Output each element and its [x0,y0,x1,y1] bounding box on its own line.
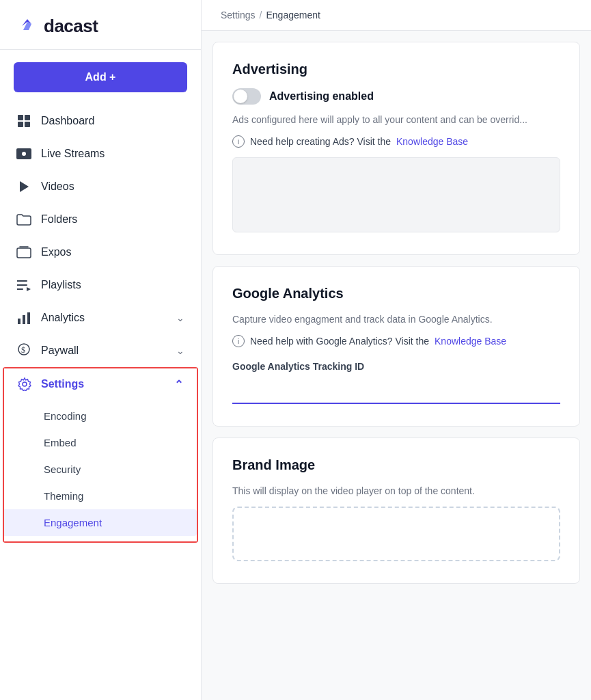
brand-image-section: Brand Image This will display on the vid… [212,438,580,584]
live-streams-icon [16,146,31,161]
svg-rect-6 [17,248,31,258]
settings-label: Settings [41,378,84,390]
svg-rect-10 [18,319,20,324]
svg-point-15 [23,382,27,386]
add-button[interactable]: Add + [14,62,187,92]
expos-icon [16,245,31,260]
brand-image-upload-box[interactable] [232,507,560,561]
sidebar-item-label: Analytics [41,312,85,324]
advertising-toggle-label: Advertising enabled [269,90,374,103]
google-analytics-title: Google Analytics [232,286,560,301]
sidebar-item-dashboard[interactable]: Dashboard [0,105,201,137]
svg-text:$: $ [21,345,25,355]
sidebar-item-playlists[interactable]: Playlists [0,269,201,301]
sidebar-item-label: Paywall [41,345,79,357]
main-content: Settings / Engagement Advertising Advert… [202,0,591,700]
ga-help-row: i Need help with Google Analytics? Visit… [232,335,560,347]
advertising-toggle-row: Advertising enabled [232,88,560,105]
paywall-chevron: ⌄ [176,345,184,356]
advertising-help-text: Need help creating Ads? Visit the [250,136,391,147]
dacast-logo-icon [16,15,38,37]
playlists-icon [16,278,31,293]
sidebar: dacast Add + Dashboard [0,0,202,700]
sidebar-item-encoding[interactable]: Encoding [4,403,197,429]
sidebar-item-expos[interactable]: Expos [0,236,201,269]
sidebar-item-live-streams[interactable]: Live Streams [0,137,201,170]
svg-rect-12 [27,312,30,324]
content-area: Advertising Advertising enabled Ads conf… [202,42,591,584]
sidebar-item-label: Dashboard [41,115,94,127]
sidebar-item-label: Live Streams [41,148,105,160]
advertising-title: Advertising [232,62,560,77]
sidebar-item-security[interactable]: Security [4,456,197,483]
ad-preview-box [232,157,560,232]
toggle-knob [234,90,247,103]
settings-chevron-icon: ⌃ [174,378,183,391]
breadcrumb-current: Engagement [266,10,320,21]
google-analytics-section: Google Analytics Capture video engagment… [212,266,580,427]
advertising-knowledge-base-link[interactable]: Knowledge Base [396,136,468,147]
paywall-icon: $ [16,343,31,358]
breadcrumb-separator: / [260,10,262,21]
svg-rect-2 [18,122,23,127]
folders-icon [16,212,31,227]
sidebar-item-videos[interactable]: Videos [0,170,201,203]
sidebar-item-folders[interactable]: Folders [0,203,201,236]
logo-area: dacast [0,0,201,50]
sidebar-item-label: Folders [41,213,77,226]
breadcrumb-parent: Settings [221,10,256,21]
advertising-toggle[interactable] [232,88,261,105]
dashboard-icon [16,113,31,129]
advertising-description: Ads configured here will apply to all yo… [232,113,560,127]
svg-rect-11 [23,315,25,324]
advertising-section: Advertising Advertising enabled Ads conf… [212,42,580,255]
tracking-id-label: Google Analytics Tracking ID [232,361,560,372]
svg-rect-3 [25,122,30,127]
google-analytics-description: Capture video engagment and track data i… [232,312,560,327]
videos-icon [16,179,31,194]
sidebar-item-embed[interactable]: Embed [4,429,197,456]
analytics-chevron: ⌄ [176,312,184,323]
sidebar-item-paywall[interactable]: $ Paywall ⌄ [0,334,201,367]
nav-menu: Dashboard Live Streams Videos [0,105,201,551]
sidebar-item-analytics[interactable]: Analytics ⌄ [0,301,201,334]
gear-icon [18,377,31,391]
info-icon-ga: i [232,335,245,347]
sidebar-item-label: Playlists [41,279,81,291]
settings-submenu: Encoding Embed Security Theming Engageme… [4,400,197,541]
sidebar-item-settings[interactable]: Settings ⌃ [4,368,197,400]
sidebar-item-label: Expos [41,246,71,258]
advertising-help-row: i Need help creating Ads? Visit the Know… [232,135,560,148]
svg-rect-0 [18,115,23,120]
svg-point-5 [22,152,26,156]
breadcrumb: Settings / Engagement [202,0,591,31]
svg-rect-1 [25,115,30,120]
info-icon: i [232,135,245,148]
ga-help-text: Need help with Google Analytics? Visit t… [250,336,429,347]
ga-knowledge-base-link[interactable]: Knowledge Base [435,336,506,347]
brand-image-title: Brand Image [232,457,560,473]
tracking-id-input[interactable] [232,377,560,404]
sidebar-item-engagement[interactable]: Engagement [4,509,197,536]
sidebar-item-label: Videos [41,180,74,193]
analytics-icon [16,310,31,325]
sidebar-item-theming[interactable]: Theming [4,483,197,509]
brand-image-description: This will display on the video player on… [232,484,560,498]
settings-section: Settings ⌃ Encoding Embed Security Themi… [3,367,198,543]
logo-text: dacast [44,16,98,37]
